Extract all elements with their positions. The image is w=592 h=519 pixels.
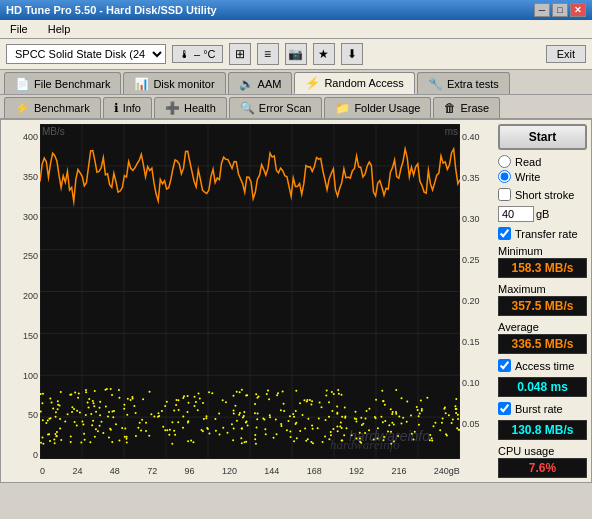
access-time-value: 0.048 ms xyxy=(498,377,587,397)
transfer-rate-checkbox[interactable] xyxy=(498,227,511,240)
tab-file-benchmark-label: File Benchmark xyxy=(34,78,110,90)
y-axis-right: 0.40 0.35 0.30 0.25 0.20 0.15 0.10 0.05 xyxy=(460,124,492,478)
maximize-button[interactable]: □ xyxy=(552,3,568,17)
thermometer-icon: 🌡 xyxy=(179,48,190,60)
maximum-label: Maximum xyxy=(498,283,587,295)
gb-unit: gB xyxy=(536,208,549,220)
close-button[interactable]: ✕ xyxy=(570,3,586,17)
burst-rate-checkbox[interactable] xyxy=(498,402,511,415)
chart-canvas xyxy=(40,124,460,459)
average-label: Average xyxy=(498,321,587,333)
error-scan-icon: 🔍 xyxy=(240,101,255,115)
burst-rate-label: Burst rate xyxy=(515,403,563,415)
radio-group: Read Write xyxy=(498,155,587,183)
extra-tests-icon: 🔧 xyxy=(428,77,443,91)
right-panel: Start Read Write Short stroke gB Transfe… xyxy=(498,124,587,478)
file-benchmark-icon: 📄 xyxy=(15,77,30,91)
short-stroke-label: Short stroke xyxy=(515,189,574,201)
toolbar-icon-1[interactable]: ⊞ xyxy=(229,43,251,65)
temp-display: 🌡 – °C xyxy=(172,45,223,63)
start-button[interactable]: Start xyxy=(498,124,587,150)
chart-outer: MB/s ms hardwareinfo 0 24 48 72 96 120 1… xyxy=(40,124,460,478)
tab-aam-label: AAM xyxy=(258,78,282,90)
access-time-checkbox[interactable] xyxy=(498,359,511,372)
tabs-row1: 📄 File Benchmark 📊 Disk monitor 🔊 AAM ⚡ … xyxy=(0,70,592,95)
tab-erase-label: Erase xyxy=(460,102,489,114)
short-stroke-option[interactable]: Short stroke xyxy=(498,188,587,201)
benchmark-icon: ⚡ xyxy=(15,101,30,115)
maximum-value: 357.5 MB/s xyxy=(498,296,587,316)
tab-disk-monitor-label: Disk monitor xyxy=(153,78,214,90)
tabs-row2: ⚡ Benchmark ℹ Info ➕ Health 🔍 Error Scan… xyxy=(0,95,592,119)
minimize-button[interactable]: ─ xyxy=(534,3,550,17)
x-axis: 0 24 48 72 96 120 144 168 192 216 240gB xyxy=(40,464,460,478)
menu-bar: File Help xyxy=(0,20,592,39)
tab-info[interactable]: ℹ Info xyxy=(103,97,152,118)
health-icon: ➕ xyxy=(165,101,180,115)
access-time-label: Access time xyxy=(515,360,574,372)
cpu-stat: CPU usage 7.6% xyxy=(498,445,587,478)
random-access-icon: ⚡ xyxy=(305,76,320,90)
minimum-stat: Minimum 158.3 MB/s xyxy=(498,245,587,278)
toolbar-icon-4[interactable]: ★ xyxy=(313,43,335,65)
disk-monitor-icon: 📊 xyxy=(134,77,149,91)
tab-extra-tests-label: Extra tests xyxy=(447,78,499,90)
exit-button[interactable]: Exit xyxy=(546,45,586,63)
cpu-value: 7.6% xyxy=(498,458,587,478)
tab-folder-usage-label: Folder Usage xyxy=(354,102,420,114)
toolbar-icon-2[interactable]: ≡ xyxy=(257,43,279,65)
mb-label: MB/s xyxy=(42,126,65,137)
transfer-rate-label: Transfer rate xyxy=(515,228,578,240)
tab-aam[interactable]: 🔊 AAM xyxy=(228,72,293,94)
tab-disk-monitor[interactable]: 📊 Disk monitor xyxy=(123,72,225,94)
erase-icon: 🗑 xyxy=(444,101,456,115)
toolbar: SPCC Solid State Disk (240 gB) 🌡 – °C ⊞ … xyxy=(0,39,592,70)
tab-health-label: Health xyxy=(184,102,216,114)
tab-benchmark[interactable]: ⚡ Benchmark xyxy=(4,97,101,118)
toolbar-icon-3[interactable]: 📷 xyxy=(285,43,307,65)
menu-file[interactable]: File xyxy=(6,22,32,36)
tab-health[interactable]: ➕ Health xyxy=(154,97,227,118)
tab-erase[interactable]: 🗑 Erase xyxy=(433,97,500,118)
tab-random-access[interactable]: ⚡ Random Access xyxy=(294,72,414,94)
read-radio[interactable] xyxy=(498,155,511,168)
menu-help[interactable]: Help xyxy=(44,22,75,36)
burst-rate-value: 130.8 MB/s xyxy=(498,420,587,440)
title-bar: HD Tune Pro 5.50 - Hard Disk/SSD Utility… xyxy=(0,0,592,20)
tab-benchmark-label: Benchmark xyxy=(34,102,90,114)
write-option[interactable]: Write xyxy=(498,170,587,183)
access-time-option[interactable]: Access time xyxy=(498,359,587,372)
tab-error-scan-label: Error Scan xyxy=(259,102,312,114)
burst-rate-option[interactable]: Burst rate xyxy=(498,402,587,415)
y-axis-left: 400 350 300 250 200 150 100 50 0 xyxy=(5,124,40,478)
tab-info-label: Info xyxy=(123,102,141,114)
title-bar-controls: ─ □ ✕ xyxy=(534,3,586,17)
tab-folder-usage[interactable]: 📁 Folder Usage xyxy=(324,97,431,118)
chart-area-wrapper: 400 350 300 250 200 150 100 50 0 MB/s ms… xyxy=(5,124,492,478)
maximum-stat: Maximum 357.5 MB/s xyxy=(498,283,587,316)
aam-icon: 🔊 xyxy=(239,77,254,91)
folder-usage-icon: 📁 xyxy=(335,101,350,115)
toolbar-icon-download[interactable]: ⬇ xyxy=(341,43,363,65)
minimum-value: 158.3 MB/s xyxy=(498,258,587,278)
average-value: 336.5 MB/s xyxy=(498,334,587,354)
cpu-label: CPU usage xyxy=(498,445,587,457)
ms-label: ms xyxy=(445,126,458,137)
temp-value: – °C xyxy=(194,48,216,60)
gb-input[interactable] xyxy=(498,206,534,222)
canvas-wrapper: MB/s ms hardwareinfo xyxy=(40,124,460,464)
write-radio[interactable] xyxy=(498,170,511,183)
tab-random-access-label: Random Access xyxy=(324,77,403,89)
window-title: HD Tune Pro 5.50 - Hard Disk/SSD Utility xyxy=(6,4,217,16)
read-option[interactable]: Read xyxy=(498,155,587,168)
tab-file-benchmark[interactable]: 📄 File Benchmark xyxy=(4,72,121,94)
short-stroke-checkbox[interactable] xyxy=(498,188,511,201)
disk-selector[interactable]: SPCC Solid State Disk (240 gB) xyxy=(6,44,166,64)
read-label: Read xyxy=(515,156,541,168)
average-stat: Average 336.5 MB/s xyxy=(498,321,587,354)
info-icon: ℹ xyxy=(114,101,119,115)
tab-error-scan[interactable]: 🔍 Error Scan xyxy=(229,97,323,118)
transfer-rate-option[interactable]: Transfer rate xyxy=(498,227,587,240)
tab-extra-tests[interactable]: 🔧 Extra tests xyxy=(417,72,510,94)
gb-input-row: gB xyxy=(498,206,587,222)
